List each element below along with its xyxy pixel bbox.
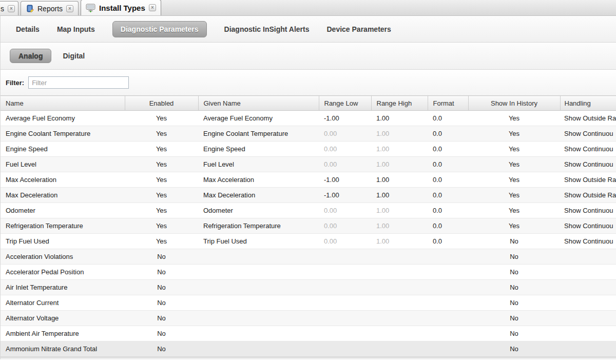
- cell-show-in-history: Yes: [468, 203, 560, 218]
- table-row[interactable]: Engine SpeedYesEngine Speed0.001.000.0Ye…: [1, 141, 616, 157]
- table-row[interactable]: Ammonium Nitrate Grand TotalNoNo: [1, 341, 616, 357]
- nav-item-diagnostic-insight-alerts[interactable]: Diagnostic InSight Alerts: [224, 25, 310, 33]
- cell-name: Fuel Level: [1, 157, 125, 172]
- cell-show-in-history: No: [468, 265, 560, 280]
- cell-format: [428, 249, 468, 265]
- close-icon[interactable]: ×: [149, 4, 156, 11]
- cell-given-name: Max Acceleration: [198, 172, 319, 188]
- cell-show-in-history: Yes: [468, 188, 560, 203]
- cell-enabled: Yes: [125, 218, 198, 234]
- cell-show-in-history: No: [468, 234, 560, 249]
- cell-name: Alternator Current: [1, 295, 125, 311]
- cell-range-low: -1.00: [319, 172, 371, 188]
- nav-item-details[interactable]: Details: [16, 25, 40, 33]
- cell-handling: [560, 265, 616, 280]
- table-row[interactable]: Alternator CurrentNoNo: [1, 295, 616, 311]
- app-window: s × Reports ×: [0, 0, 616, 359]
- table-row[interactable]: Max AccelerationYesMax Acceleration-1.00…: [1, 172, 616, 188]
- filter-input[interactable]: [28, 76, 129, 89]
- nav-item-map-inputs[interactable]: Map Inputs: [57, 25, 95, 33]
- tab-partial[interactable]: s ×: [0, 1, 18, 15]
- close-icon[interactable]: ×: [8, 5, 15, 12]
- column-header-range-low[interactable]: Range Low: [319, 96, 371, 111]
- table-row[interactable]: Average Fuel EconomyYesAverage Fuel Econ…: [1, 111, 616, 126]
- cell-range-high: 1.00: [371, 188, 428, 203]
- cell-enabled: No: [125, 341, 198, 357]
- table-row[interactable]: Air Inlet TemperatureNoNo: [1, 280, 616, 295]
- cell-show-in-history: Yes: [468, 126, 560, 141]
- table-row[interactable]: Alternator VoltageNoNo: [1, 311, 616, 326]
- cell-range-high: 1.00: [371, 172, 428, 188]
- cell-handling: Show Continuou: [560, 157, 616, 172]
- cell-format: 0.0: [428, 188, 468, 203]
- table-row[interactable]: Trip Fuel UsedYesTrip Fuel Used0.001.000…: [1, 234, 616, 249]
- tab-digital[interactable]: Digital: [63, 52, 85, 60]
- cell-range-high: [371, 280, 428, 295]
- tab-analog[interactable]: Analog: [10, 49, 51, 63]
- tab-label: s: [1, 5, 4, 13]
- cell-range-low: [319, 265, 371, 280]
- cell-range-high: [371, 265, 428, 280]
- cell-range-low: 0.00: [319, 218, 371, 234]
- cell-range-low: [319, 280, 371, 295]
- cell-range-high: [371, 311, 428, 326]
- cell-name: Odometer: [1, 203, 125, 218]
- table-row[interactable]: Ambient Air TemperatureNoNo: [1, 326, 616, 341]
- table-row[interactable]: Refrigeration TemperatureYesRefrigeratio…: [1, 218, 616, 234]
- cell-format: 0.0: [428, 157, 468, 172]
- column-header-range-high[interactable]: Range High: [371, 96, 428, 111]
- cell-show-in-history: No: [468, 295, 560, 311]
- column-header-enabled[interactable]: Enabled: [125, 96, 198, 111]
- cell-enabled: Yes: [125, 141, 198, 157]
- nav-item-device-parameters[interactable]: Device Parameters: [327, 25, 391, 33]
- column-header-show-in-history[interactable]: Show In History: [468, 96, 560, 111]
- cell-range-low: [319, 311, 371, 326]
- cell-range-low: [319, 295, 371, 311]
- column-header-format[interactable]: Format: [428, 96, 468, 111]
- section-nav: Details Map Inputs Diagnostic Parameters…: [1, 16, 616, 43]
- install-types-monitor-icon: [86, 4, 95, 12]
- nav-item-diagnostic-parameters[interactable]: Diagnostic Parameters: [112, 21, 207, 37]
- column-header-handling[interactable]: Handling: [560, 96, 616, 111]
- cell-range-low: [319, 341, 371, 357]
- cell-given-name: Odometer: [198, 203, 319, 218]
- cell-show-in-history: Yes: [468, 111, 560, 126]
- cell-range-low: 0.00: [319, 141, 371, 157]
- cell-enabled: Yes: [125, 157, 198, 172]
- tab-reports[interactable]: Reports ×: [21, 1, 79, 15]
- table-row[interactable]: Max DecelerationYesMax Deceleration-1.00…: [1, 188, 616, 203]
- table-row[interactable]: OdometerYesOdometer0.001.000.0YesShow Co…: [1, 203, 616, 218]
- cell-show-in-history: Yes: [468, 172, 560, 188]
- cell-range-high: 1.00: [371, 203, 428, 218]
- close-icon[interactable]: ×: [66, 5, 73, 12]
- cell-range-high: [371, 295, 428, 311]
- cell-name: Accelerator Pedal Position: [1, 265, 125, 280]
- cell-handling: [560, 341, 616, 357]
- cell-handling: Show Continuou: [560, 126, 616, 141]
- tab-bar: s × Reports ×: [0, 0, 616, 16]
- cell-handling: Show Continuou: [560, 218, 616, 234]
- cell-format: [428, 311, 468, 326]
- cell-show-in-history: Yes: [468, 218, 560, 234]
- column-header-name[interactable]: Name: [1, 96, 125, 111]
- cell-format: 0.0: [428, 218, 468, 234]
- cell-name: Acceleration Violations: [1, 249, 125, 265]
- filter-bar: Filter:: [1, 70, 616, 95]
- column-header-given-name[interactable]: Given Name: [198, 96, 319, 111]
- table-row[interactable]: Engine Coolant TemperatureYesEngine Cool…: [1, 126, 616, 141]
- tab-install-types[interactable]: Install Types ×: [81, 0, 161, 15]
- cell-format: 0.0: [428, 141, 468, 157]
- cell-format: [428, 341, 468, 357]
- cell-enabled: Yes: [125, 188, 198, 203]
- cell-name: Max Acceleration: [1, 172, 125, 188]
- table-row[interactable]: Acceleration ViolationsNoNo: [1, 249, 616, 265]
- table-row[interactable]: Fuel LevelYesFuel Level0.001.000.0YesSho…: [1, 157, 616, 172]
- table-row[interactable]: Accelerator Pedal PositionNoNo: [1, 265, 616, 280]
- cell-enabled: No: [125, 265, 198, 280]
- cell-given-name: Engine Coolant Temperature: [198, 126, 319, 141]
- cell-show-in-history: No: [468, 280, 560, 295]
- cell-given-name: Engine Speed: [198, 141, 319, 157]
- cell-range-low: 0.00: [319, 234, 371, 249]
- cell-enabled: Yes: [125, 203, 198, 218]
- cell-handling: Show Outside Ra: [560, 111, 616, 126]
